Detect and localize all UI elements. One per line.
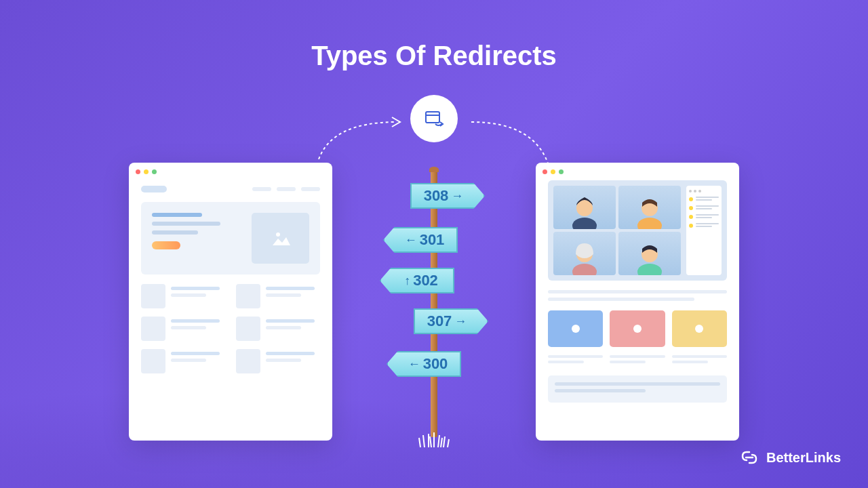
media-card-yellow bbox=[672, 310, 727, 347]
wireframe-card bbox=[141, 317, 225, 341]
redirect-sign-301: ←301 bbox=[383, 227, 458, 253]
maximize-dot-icon bbox=[559, 169, 564, 174]
maximize-dot-icon bbox=[152, 169, 157, 174]
link-icon bbox=[739, 447, 760, 468]
wireframe-card bbox=[236, 317, 320, 341]
media-card-pink bbox=[610, 310, 665, 347]
video-sidebar bbox=[686, 186, 722, 275]
browser-titlebar bbox=[536, 163, 739, 180]
source-browser-window bbox=[129, 163, 332, 441]
redirect-sign-300: ←300 bbox=[387, 351, 461, 377]
redirect-sign-308: 308→ bbox=[410, 183, 485, 209]
svg-point-5 bbox=[637, 218, 662, 229]
media-card-blue bbox=[548, 310, 603, 347]
video-participant bbox=[618, 232, 681, 275]
arrow-right-icon: → bbox=[454, 314, 467, 329]
svg-point-3 bbox=[572, 218, 597, 229]
arrow-left-icon: ← bbox=[405, 233, 417, 247]
wireframe-card bbox=[141, 284, 225, 308]
image-placeholder-icon bbox=[252, 213, 309, 264]
video-participant bbox=[553, 186, 616, 229]
redirect-sign-302: ↑302 bbox=[380, 268, 454, 293]
svg-point-9 bbox=[637, 264, 662, 275]
browser-titlebar bbox=[129, 163, 332, 180]
arrow-right-icon: → bbox=[451, 189, 463, 203]
close-dot-icon bbox=[136, 169, 140, 174]
media-cards bbox=[548, 310, 727, 347]
wireframe-hero bbox=[141, 202, 320, 274]
minimize-dot-icon bbox=[144, 169, 149, 174]
grass-icon bbox=[414, 431, 454, 447]
play-icon bbox=[633, 325, 642, 333]
wireframe-card bbox=[236, 284, 320, 308]
wireframe-logo bbox=[141, 186, 167, 192]
close-dot-icon bbox=[542, 169, 547, 174]
wireframe-nav-item bbox=[301, 187, 320, 191]
brand-name: BetterLinks bbox=[766, 450, 841, 466]
svg-rect-0 bbox=[426, 112, 439, 123]
brand-logo: BetterLinks bbox=[739, 447, 841, 468]
card-captions bbox=[548, 355, 727, 366]
page-title: Types Of Redirects bbox=[311, 41, 557, 71]
arrow-left-icon: ← bbox=[408, 357, 420, 371]
redirect-sign-307: 307→ bbox=[414, 308, 488, 334]
video-participant bbox=[553, 232, 616, 275]
wireframe-card bbox=[236, 349, 320, 373]
text-content bbox=[548, 290, 727, 301]
video-participant bbox=[618, 186, 681, 229]
svg-point-2 bbox=[276, 232, 280, 237]
minimize-dot-icon bbox=[551, 169, 555, 174]
redirect-signpost: 308→ ←301 ↑302 307→ ←300 bbox=[380, 169, 488, 447]
wireframe-nav-item bbox=[252, 187, 271, 191]
wireframe-cta-button bbox=[152, 241, 180, 249]
redirect-icon bbox=[410, 95, 458, 142]
wireframe-header bbox=[141, 180, 320, 202]
signpost-pole bbox=[431, 169, 437, 437]
video-call-panel bbox=[548, 180, 727, 281]
wireframe-nav-item bbox=[277, 187, 296, 191]
arrow-up-icon: ↑ bbox=[404, 274, 410, 288]
play-icon bbox=[572, 325, 580, 333]
svg-point-7 bbox=[572, 264, 597, 275]
destination-browser-window bbox=[536, 163, 739, 441]
play-icon bbox=[695, 325, 703, 333]
footer-content bbox=[548, 375, 727, 403]
wireframe-card bbox=[141, 349, 225, 373]
dashed-arrow-left bbox=[312, 112, 407, 162]
